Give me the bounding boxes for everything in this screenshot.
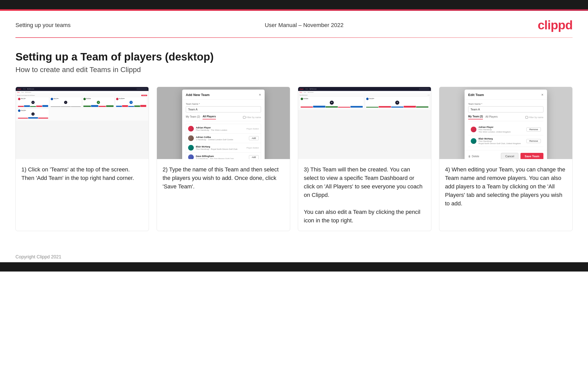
player-avatar-3 (188, 145, 194, 151)
mock-content-1: Viewing 5 out of 6 players from: All Pla… (16, 94, 148, 121)
card-1: clippd Home My Performance Players Teams… (15, 87, 149, 231)
mock-player-card-1: Adrian Colba Plus Handicap 84 (17, 97, 49, 108)
modal-tab-allplayers[interactable]: All Players (203, 115, 216, 119)
mock-score-row-3: 94 (83, 101, 114, 104)
mock-richard-hdr: Richard Butler Plus Handicap (366, 98, 428, 100)
edit-team-name-label: Team Name * (468, 103, 543, 105)
modal-tab-myteam[interactable]: My Team (2) (186, 115, 200, 119)
edit-player-item-2: Blair McHarg Plus Handicap Royal North D… (468, 135, 543, 147)
player-item-4: Dave Billingham 3.5 Handicap · The Gog M… (186, 153, 261, 159)
player-club-1: Plus Handicap · The Shire London (196, 129, 244, 131)
bottom-black-bar (0, 262, 588, 272)
remove-player-btn-1[interactable]: Remove (526, 127, 541, 132)
card-2: Add New Team × Team Name * My Team (2) A… (157, 87, 290, 231)
add-player-btn-2[interactable]: Add (249, 136, 259, 140)
player-item-2: Adrian Coliba 1 Handicap · Central Londo… (186, 134, 261, 143)
mock-add-team-btn[interactable]: + Add Team (141, 95, 147, 96)
edit-player-info-1: Adrian Player Plus Handicap The Shire Lo… (478, 126, 524, 133)
filter-checkbox[interactable] (243, 116, 246, 119)
modal-body: Team Name * My Team (2) All Players Filt… (182, 100, 265, 159)
player-name-2: Adrian Coliba (196, 136, 247, 138)
mock-team-content: Team A Dashboard ✏ Edit Blair McHarg (298, 94, 431, 110)
header-left-text: Setting up your teams (15, 22, 71, 29)
player-club-2: 1 Handicap · Central London Golf Centre (196, 138, 247, 141)
edit-team-name-input[interactable] (468, 106, 543, 112)
mock-player-hdr-3: Blair McHarg Plus Handicap (83, 98, 114, 100)
mock-pclub-3: Plus Handicap (86, 99, 91, 100)
edit-filter-label: Filter by name (529, 116, 543, 119)
mock-sub-players-3: Players (299, 92, 302, 93)
mock-spark-3 (83, 104, 114, 107)
mock-richard-avatar (366, 98, 368, 100)
mock-blair-bar-a (301, 107, 313, 108)
mock-sparkbar-5b (28, 117, 38, 119)
mock-sparkbar-2c (71, 106, 81, 107)
edit-player-avatar-1 (471, 127, 476, 132)
mock-richard-bar-b (379, 106, 391, 108)
delete-button[interactable]: Delete (472, 155, 479, 158)
mock-score-row-5: 72 (18, 112, 48, 116)
mock-avatar-3 (83, 98, 86, 100)
modal-close-icon[interactable]: × (259, 93, 261, 97)
mock-richard-bar-e (416, 106, 428, 108)
mock-spark-4 (116, 104, 146, 107)
team-name-input[interactable] (186, 106, 261, 112)
mock-players-grid-1: Adrian Colba Plus Handicap 84 (17, 97, 147, 108)
mock-sparkbar-1d (36, 106, 42, 107)
edit-player-detail-2a: Plus Handicap (478, 140, 524, 142)
mock-nav-links-1: Home My Performance (23, 89, 34, 90)
card-4-screenshot: Edit Team × Team Name * My Team (2) All … (439, 87, 572, 159)
edit-modal-close-icon[interactable]: × (541, 93, 543, 97)
top-black-bar (0, 0, 588, 9)
mock-heading-label-1: Viewing 5 out of 6 players from: All Pla… (17, 95, 35, 96)
remove-player-btn-2[interactable]: Remove (526, 139, 541, 143)
mock-richard-score-wrap: 72 (366, 101, 428, 105)
page-title: Setting up a Team of players (desktop) (15, 51, 573, 63)
mock-team-players: Blair McHarg Plus Handicap 94 (299, 97, 430, 109)
mock-blair-card: Blair McHarg Plus Handicap 94 (299, 97, 364, 109)
delete-section: 🗑 Delete (468, 153, 479, 159)
mock-blair-hdr: Blair McHarg Plus Handicap (301, 98, 363, 100)
edit-tab-myteam[interactable]: My Team (2) (468, 115, 483, 119)
mock-score-row-2: 0 (51, 101, 81, 104)
mock-blair-bar-c (326, 106, 338, 108)
mock-nav-3: clippd Home My Performance (298, 87, 431, 91)
mock-sparkbar-4b (122, 105, 128, 107)
mock-circ-5: 72 (31, 112, 35, 116)
cards-grid: clippd Home My Performance Players Teams… (15, 87, 573, 231)
player-club-4: 3.5 Handicap · The Gog Magog Golf Club (196, 158, 247, 159)
card-3-screenshot: clippd Home My Performance Players Teams… (298, 87, 431, 159)
mock-score-row-4: 78 (116, 101, 146, 104)
card-1-text: 1) Click on 'Teams' at the top of the sc… (16, 159, 149, 188)
edit-modal-header: Edit Team × (465, 90, 547, 100)
edit-player-name-2: Blair McHarg (478, 137, 524, 140)
add-player-btn-4[interactable]: Add (249, 155, 259, 159)
mock-sub-perf: My Performance (25, 92, 31, 93)
card-4-text: 4) When editing your Team, you can chang… (439, 159, 572, 214)
mock-blair-spark (301, 105, 363, 108)
mock-search-3 (419, 88, 430, 90)
mock-player-card-4: Dave Billingham 3.5 Handicap 78 (115, 97, 147, 108)
player-list: Adrian Player Plus Handicap · The Shire … (186, 124, 261, 159)
modal-title: Add New Team (186, 93, 209, 97)
edit-player-item-1: Adrian Player Plus Handicap The Shire Lo… (468, 124, 543, 135)
mock-circ-3: 94 (97, 101, 100, 104)
mock-blair-bar-e (350, 106, 363, 108)
filter-by-name: Filter by name (243, 116, 261, 119)
mock-sparkbar-3b (91, 105, 98, 107)
edit-filter-checkbox[interactable] (525, 116, 528, 119)
edit-filter-by-name: Filter by name (525, 116, 543, 119)
mock-richard-bar-a (366, 107, 378, 108)
player-name-4: Dave Billingham (196, 155, 247, 158)
player-info-4: Dave Billingham 3.5 Handicap · The Gog M… (196, 155, 247, 159)
edit-tab-allplayers[interactable]: All Players (485, 115, 498, 119)
copyright-text: Copyright Clippd 2021 (15, 254, 61, 259)
mock-spark-2 (51, 104, 81, 107)
mock-nav-teams-3: My Performance (310, 89, 317, 90)
edit-save-button[interactable]: Save Team (520, 153, 543, 159)
mock-players-row2: Richard Butler Plus Handicap 72 (17, 109, 147, 120)
mock-pclub-5: Plus Handicap (21, 111, 26, 111)
mock-circ-4: 78 (130, 101, 133, 104)
mock-blair-score-wrap: 94 (301, 101, 363, 105)
edit-cancel-button[interactable]: Cancel (501, 153, 518, 159)
